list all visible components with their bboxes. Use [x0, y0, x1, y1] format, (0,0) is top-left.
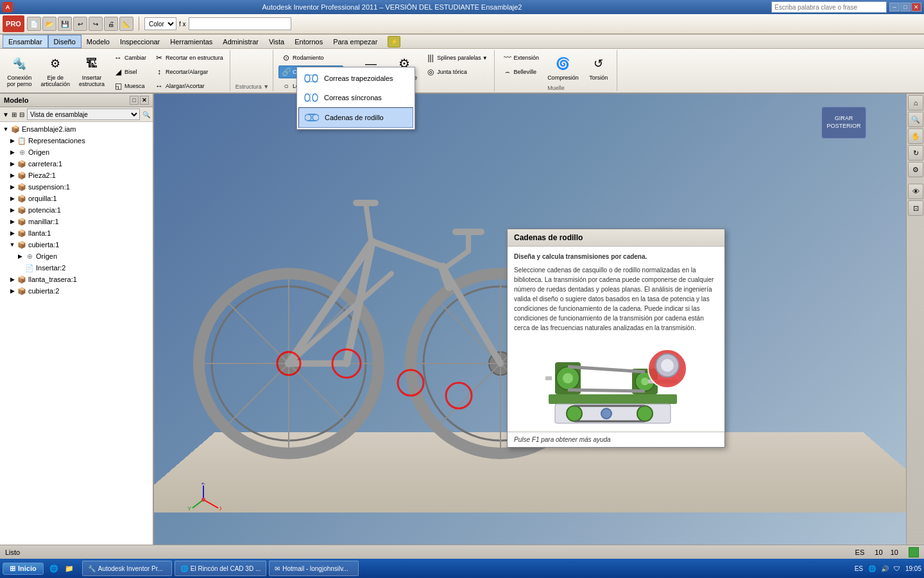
conexion-perno-button[interactable]: 🔩 Conexiónpor perno: [4, 51, 35, 90]
title-bar: A Autodesk Inventor Professional 2011 – …: [0, 0, 924, 14]
network-icon[interactable]: 🌐: [868, 565, 876, 572]
svg-line-35: [372, 241, 443, 267]
tree-item-ensamblaje2[interactable]: ▼ 📦 Ensamblaje2.iam: [1, 123, 151, 135]
start-button[interactable]: ⊞ Inicio: [3, 563, 44, 575]
viewport[interactable]: GIRAR POSTERIOR ⌂ 🔍 ✋ ↻ ⚙ 👁 ⊡ Cadenas de…: [154, 94, 924, 545]
search-input[interactable]: [771, 1, 887, 13]
menu-diseno[interactable]: Diseño: [48, 35, 81, 48]
ie-taskbar-icon[interactable]: 🌐: [49, 563, 59, 574]
redo-button[interactable]: ↪: [89, 17, 103, 31]
close-button[interactable]: ✕: [911, 3, 921, 12]
minimize-button[interactable]: –: [889, 3, 900, 12]
tree-item-pieza21[interactable]: ▶ 📦 Pieza2:1: [1, 170, 151, 181]
measure-button[interactable]: 📐: [119, 17, 133, 31]
menu-para-empezar[interactable]: Para empezar: [328, 35, 382, 48]
tree-item-representaciones[interactable]: ▶ 📋 Representaciones: [1, 135, 151, 146]
expand-icon[interactable]: ⊞: [12, 111, 17, 118]
tree-item-llanta1[interactable]: ▶ 📦 llanta:1: [1, 227, 151, 239]
new-button[interactable]: 📄: [27, 17, 41, 31]
ribbon-group-fiador: 🔩 Conexiónpor perno ⚙ Eje dearticulación…: [0, 50, 230, 91]
tree-item-cubierta1[interactable]: ▼ 📦 cubierta:1: [1, 239, 151, 250]
bisel-button[interactable]: ◢Bisel: [110, 66, 149, 78]
eje-articulacion-button[interactable]: ⚙ Eje dearticulación: [38, 51, 74, 90]
start-label: Inicio: [18, 565, 37, 572]
tree-item-insertar2[interactable]: 📄 Insertar:2: [1, 262, 151, 274]
correas-trapezoidales-item[interactable]: Correas trapezoidales: [298, 69, 413, 88]
recortar-alargar-button[interactable]: ↕Recortar/Alargar: [151, 66, 226, 78]
menu-vista[interactable]: Vista: [264, 35, 289, 48]
tree-item-suspension1[interactable]: ▶ 📦 suspension:1: [1, 181, 151, 193]
suspension1-icon: 📦: [17, 182, 27, 192]
splines-paralelas-button[interactable]: ||| Splines paralelas ▼: [423, 51, 490, 64]
restore-button[interactable]: □: [900, 3, 911, 12]
folder-taskbar-icon[interactable]: 📁: [64, 563, 74, 574]
llanta1-label: llanta:1: [28, 229, 150, 237]
color-dropdown[interactable]: Color: [144, 17, 176, 30]
inventor-taskbar-icon: 🔧: [88, 565, 96, 572]
compresion-button[interactable]: 🌀 Compresión: [544, 51, 582, 83]
rincon-taskbar-btn[interactable]: 🌐 El Rincón del CAD 3D ...: [175, 561, 267, 576]
svg-point-76: [201, 498, 205, 502]
torsion-button[interactable]: ↺ Torsión: [585, 51, 613, 83]
view-rotate-button[interactable]: ↻: [908, 145, 923, 161]
appear-button[interactable]: 👁: [908, 184, 923, 199]
open-button[interactable]: 📂: [42, 17, 56, 31]
cubierta1-label: cubierta:1: [28, 241, 150, 249]
model-panel-expand[interactable]: □: [130, 96, 139, 105]
rodamiento-button[interactable]: ⊙ Rodamiento: [278, 51, 354, 64]
formula-input[interactable]: [189, 17, 291, 30]
muesca-button[interactable]: ◱Muesca: [110, 80, 149, 92]
view-zoom-button[interactable]: 🔍: [908, 112, 923, 127]
tree-item-manillar1[interactable]: ▶ 📦 manillar:1: [1, 216, 151, 227]
menu-entornos[interactable]: Entornos: [289, 35, 328, 48]
suspension1-label: suspension:1: [28, 183, 150, 191]
audio-icon[interactable]: 🔊: [881, 565, 889, 572]
expand-icon2[interactable]: ⊟: [19, 111, 24, 118]
section-button[interactable]: ⊡: [908, 200, 923, 216]
inventor-taskbar-btn[interactable]: 🔧 Autodesk Inventor Pr...: [82, 561, 172, 576]
extension-button[interactable]: 〰 Extensión: [500, 51, 542, 64]
search-tree-icon[interactable]: 🔍: [142, 111, 150, 118]
view-home-button[interactable]: ⌂: [908, 95, 923, 110]
menu-ensamblar[interactable]: Ensamblar: [3, 35, 48, 48]
belleville-button[interactable]: ⌢ Belleville: [500, 66, 542, 78]
menu-administrar[interactable]: Administrar: [218, 35, 264, 48]
potencia1-label: potencia:1: [28, 206, 150, 214]
tree-item-origen2[interactable]: ▶ ⊕ Origen: [1, 250, 151, 262]
compass-widget[interactable]: GIRAR POSTERIOR: [821, 107, 866, 139]
view-settings-button[interactable]: ⚙: [908, 162, 923, 177]
help-icon-btn[interactable]: ⚡: [388, 36, 400, 48]
taskbar: ⊞ Inicio 🌐 📁 🔧 Autodesk Inventor Pr... 🌐…: [0, 559, 924, 578]
junta-torica-button[interactable]: ◎ Junta tórica: [423, 66, 490, 78]
cadenas-rodillo-dropdown-item[interactable]: Cadenas de rodillo: [298, 107, 413, 128]
undo-button[interactable]: ↩: [73, 17, 87, 31]
status-coords: 10 10: [875, 548, 898, 556]
tree-item-cubierta2[interactable]: ▶ 📦 cubierta:2: [1, 285, 151, 297]
tree-item-llanta-trasera1[interactable]: ▶ 📦 llanta_trasera:1: [1, 274, 151, 285]
alargar-acortar-button[interactable]: ↔Alargar/Acortar: [151, 80, 226, 92]
antivirus-icon[interactable]: 🛡: [894, 565, 900, 572]
view-pan-button[interactable]: ✋: [908, 128, 923, 144]
tooltip-description: Seleccione cadenas de casquillo o de rod…: [514, 265, 718, 333]
recortar-estructura-button[interactable]: ✂Recortar en estructura: [151, 51, 226, 64]
model-panel-close[interactable]: ✕: [140, 96, 149, 105]
print-button[interactable]: 🖨: [104, 17, 118, 31]
correas-sincronas-item[interactable]: Correas síncronas: [298, 88, 413, 107]
expand-cubierta2: ▶: [9, 288, 15, 294]
cambiar-button[interactable]: ↔Cambiar: [110, 51, 149, 64]
save-button[interactable]: 💾: [58, 17, 72, 31]
pro-badge[interactable]: PRO: [3, 15, 24, 32]
tree-item-potencia1[interactable]: ▶ 📦 potencia:1: [1, 204, 151, 216]
tree-item-origen[interactable]: ▶ ⊕ Origen: [1, 146, 151, 158]
tree-item-carretera1[interactable]: ▶ 📦 carretera:1: [1, 158, 151, 170]
origen2-label: Origen: [36, 252, 150, 260]
menu-modelo[interactable]: Modelo: [81, 35, 115, 48]
hotmail-taskbar-btn[interactable]: ✉ Hotmail - longjohnsilv...: [269, 561, 359, 576]
menu-herramientas[interactable]: Herramientas: [165, 35, 218, 48]
tree-item-orquilla1[interactable]: ▶ 📦 orquilla:1: [1, 193, 151, 204]
insertar-estructura-button[interactable]: 🏗 Insertarestructura: [76, 51, 108, 90]
view-dropdown[interactable]: Vista de ensamblaje: [27, 109, 140, 120]
muelle-buttons: 〰 Extensión ⌢ Belleville 🌀 Compresión ↺ …: [500, 51, 613, 83]
filter-icon[interactable]: ▼: [3, 111, 9, 118]
menu-inspeccionar[interactable]: Inspeccionar: [115, 35, 165, 48]
